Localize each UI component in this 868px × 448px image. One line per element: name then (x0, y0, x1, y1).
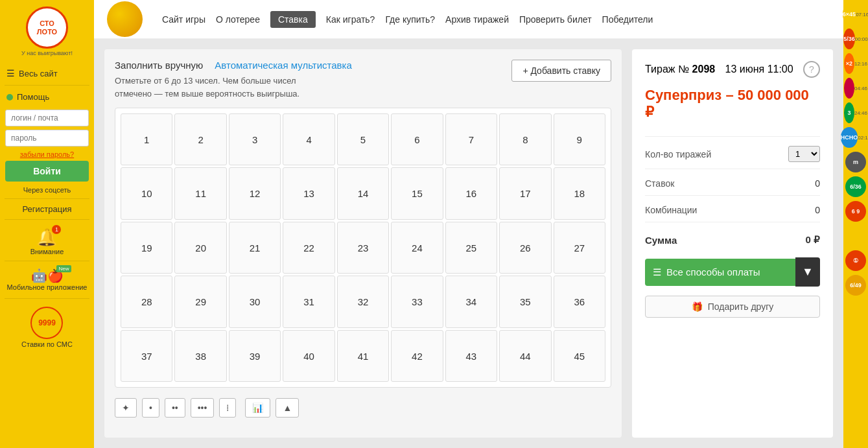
number-cell-20[interactable]: 20 (174, 222, 226, 274)
number-cell-22[interactable]: 22 (283, 222, 334, 274)
bet-toolbar: ✦ • •• ••• ⁞ 📊 ▲ (115, 395, 611, 418)
number-cell-13[interactable]: 13 (283, 167, 334, 219)
gift-button[interactable]: 🎁 Подарить другу (645, 296, 820, 318)
edge-time-0: 07:16 (856, 12, 868, 18)
logo-area[interactable]: СТОЛОТО У нас выигрывают! (0, 0, 94, 64)
two-dots-btn[interactable]: •• (165, 398, 185, 418)
number-cell-36[interactable]: 36 (554, 276, 605, 327)
number-cell-14[interactable]: 14 (337, 167, 389, 219)
number-cell-1[interactable]: 1 (121, 113, 172, 165)
edge-item-1[interactable]: 5/3600:00 (844, 27, 867, 51)
hamburger-icon: ☰ (6, 68, 15, 78)
number-cell-41[interactable]: 41 (337, 330, 389, 382)
edge-item-7[interactable]: 6/36 (844, 175, 867, 198)
sms-area[interactable]: 9999 Ставки по СМС (21, 301, 73, 353)
forgot-password-link[interactable]: забыли пароль? (15, 150, 79, 158)
social-login-link[interactable]: Через соцсеть (18, 184, 76, 196)
number-cell-18[interactable]: 18 (554, 167, 605, 219)
four-dots-btn[interactable]: ⁞ (219, 398, 236, 418)
number-cell-3[interactable]: 3 (229, 113, 281, 165)
number-cell-2[interactable]: 2 (174, 113, 226, 165)
mobile-app-label: Мобильное приложение (7, 283, 88, 292)
number-cell-4[interactable]: 4 (283, 113, 334, 165)
edge-item-8[interactable]: 6 9 (844, 200, 867, 223)
number-cell-45[interactable]: 45 (554, 330, 605, 382)
number-cell-17[interactable]: 17 (499, 167, 551, 219)
edge-item-10[interactable]: ① (844, 249, 867, 272)
edge-item-3[interactable]: 04:46 (844, 77, 867, 100)
number-cell-34[interactable]: 34 (445, 276, 497, 327)
number-cell-35[interactable]: 35 (499, 276, 551, 327)
edge-item-4[interactable]: 324:46 (844, 101, 867, 124)
number-cell-7[interactable]: 7 (445, 113, 497, 165)
number-cell-33[interactable]: 33 (391, 276, 443, 327)
number-cell-32[interactable]: 32 (337, 276, 389, 327)
number-cell-44[interactable]: 44 (499, 330, 551, 382)
edge-item-2[interactable]: ×212:16 (844, 52, 867, 75)
password-input[interactable] (5, 130, 89, 147)
number-cell-16[interactable]: 16 (445, 167, 497, 219)
draws-select[interactable]: 1 2 3 5 10 (788, 146, 820, 162)
number-cell-11[interactable]: 11 (174, 167, 226, 219)
number-cell-28[interactable]: 28 (121, 276, 172, 327)
pay-button[interactable]: ☰ Все способы оплаты (645, 259, 795, 286)
number-cell-6[interactable]: 6 (391, 113, 443, 165)
number-cell-30[interactable]: 30 (229, 276, 281, 327)
bell-wrap: 🔔 1 (36, 228, 57, 248)
add-bet-button[interactable]: + Добавить ставку (511, 60, 611, 82)
chart-btn[interactable]: 📊 (245, 398, 270, 418)
number-cell-26[interactable]: 26 (499, 222, 551, 274)
clear-all-btn[interactable]: ✦ (115, 398, 137, 418)
fill-auto-tab[interactable]: Автоматическая мультиставка (215, 60, 352, 71)
number-cell-29[interactable]: 29 (174, 276, 226, 327)
edge-item-6[interactable]: m (844, 150, 867, 174)
sidebar-item-help[interactable]: Помощь (0, 88, 94, 106)
number-cell-42[interactable]: 42 (391, 330, 443, 382)
fill-manual-tab[interactable]: Заполнить вручную (115, 60, 203, 71)
number-cell-10[interactable]: 10 (121, 167, 172, 219)
nav-link-сайтигры[interactable]: Сайт игры (162, 12, 205, 27)
number-cell-9[interactable]: 9 (554, 113, 605, 165)
login-button[interactable]: Войти (5, 161, 89, 182)
pay-dropdown-button[interactable]: ▼ (795, 257, 820, 287)
sidebar-item-all-site[interactable]: ☰ Весь сайт (0, 64, 94, 82)
mobile-app-area[interactable]: 🤖🍎 New Мобильное приложение (7, 264, 88, 296)
nav-link-проверитьбилет[interactable]: Проверить билет (519, 12, 592, 27)
number-cell-38[interactable]: 38 (174, 330, 226, 382)
nav-link-олотерее[interactable]: О лотерее (216, 12, 260, 27)
number-cell-12[interactable]: 12 (229, 167, 281, 219)
number-cell-37[interactable]: 37 (121, 330, 172, 382)
nav-link-победители[interactable]: Победители (602, 12, 653, 27)
number-cell-24[interactable]: 24 (391, 222, 443, 274)
up-btn[interactable]: ▲ (276, 398, 299, 418)
three-dots-btn[interactable]: ••• (191, 398, 215, 418)
number-cell-39[interactable]: 39 (229, 330, 281, 382)
nav-link-ставка[interactable]: Ставка (270, 11, 316, 28)
number-cell-8[interactable]: 8 (499, 113, 551, 165)
help-button[interactable]: ? (803, 61, 820, 78)
number-cell-5[interactable]: 5 (337, 113, 389, 165)
register-link[interactable]: Регистрация (18, 202, 77, 217)
number-cell-19[interactable]: 19 (121, 222, 172, 274)
right-edge-sidebar: 6×4507:165/3600:00×212:1604:46324:46НСНО… (843, 0, 868, 448)
number-cell-25[interactable]: 25 (445, 222, 497, 274)
login-input[interactable] (5, 110, 89, 126)
edge-item-5[interactable]: НСНО02:16 (844, 126, 867, 149)
attention-area[interactable]: 🔔 1 Внимание (30, 222, 64, 258)
sum-row: Сумма 0 ₽ (645, 231, 820, 248)
nav-link-какиграть[interactable]: Как играть? (326, 12, 375, 27)
edge-item-11[interactable]: 6/49 (844, 274, 867, 297)
number-cell-23[interactable]: 23 (337, 222, 389, 274)
one-dot-btn[interactable]: • (142, 398, 159, 418)
number-cell-21[interactable]: 21 (229, 222, 281, 274)
number-cell-43[interactable]: 43 (445, 330, 497, 382)
login-form (0, 106, 94, 150)
number-cell-27[interactable]: 27 (554, 222, 605, 274)
number-cell-31[interactable]: 31 (283, 276, 334, 327)
nav-link-архивтиражей[interactable]: Архив тиражей (445, 12, 509, 27)
number-cell-15[interactable]: 15 (391, 167, 443, 219)
number-cell-40[interactable]: 40 (283, 330, 334, 382)
edge-item-0[interactable]: 6×4507:16 (844, 3, 867, 26)
edge-item-9[interactable] (844, 224, 867, 248)
nav-link-гдекупить[interactable]: Где купить? (385, 12, 435, 27)
